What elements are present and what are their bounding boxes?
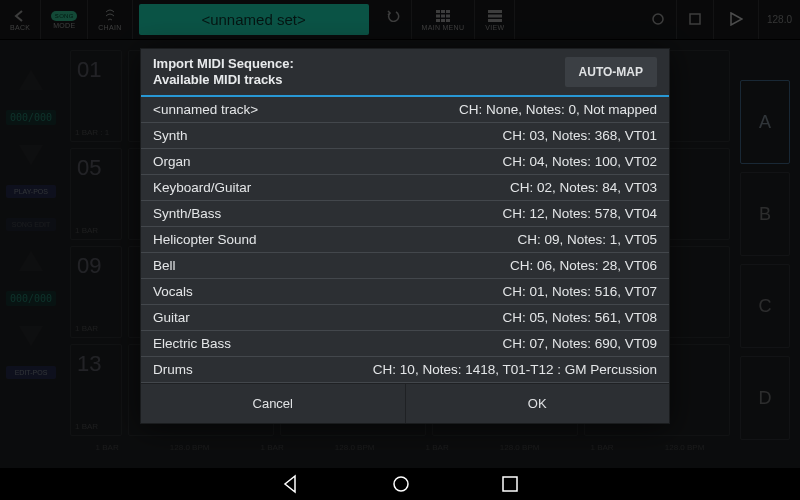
svg-rect-6 [436, 19, 440, 22]
nav-recent-icon[interactable] [501, 475, 519, 493]
undo-icon [385, 9, 401, 23]
svg-rect-11 [488, 19, 502, 22]
svg-point-14 [394, 477, 408, 491]
mode-icon: SONG [51, 11, 77, 21]
track-list: <unnamed track>CH: None, Notes: 0, Not m… [141, 97, 669, 383]
nav-back-icon[interactable] [281, 474, 301, 494]
dialog-footer: Cancel OK [141, 383, 669, 423]
back-button[interactable]: BACK [0, 0, 41, 39]
dialog-header: Import MIDI Sequence: Available MIDI tra… [141, 49, 669, 97]
nav-home-icon[interactable] [391, 474, 411, 494]
svg-rect-1 [441, 10, 445, 13]
mode-label: MODE [53, 22, 75, 29]
main-menu-label: MAIN MENU [422, 24, 465, 31]
play-icon [728, 12, 744, 26]
android-navbar [0, 468, 800, 500]
stop-button[interactable] [677, 0, 714, 39]
undo-button[interactable] [375, 0, 412, 39]
svg-rect-2 [446, 10, 450, 13]
left-sidebar: 000/000 PLAY-POS SONG EDIT 000/000 EDIT-… [6, 70, 56, 379]
record-icon [650, 12, 666, 26]
svg-rect-9 [488, 10, 502, 13]
grid-icon [435, 9, 451, 23]
chain-button[interactable]: CHAIN [88, 0, 132, 39]
toolbar: BACK SONG MODE CHAIN <unnamed set> MAIN … [0, 0, 800, 40]
track-row[interactable]: OrganCH: 04, Notes: 100, VT02 [141, 149, 669, 175]
track-row[interactable]: SynthCH: 03, Notes: 368, VT01 [141, 123, 669, 149]
counter-bottom: 000/000 [6, 291, 56, 306]
view-button[interactable]: VIEW [475, 0, 515, 39]
chain-label: CHAIN [98, 24, 121, 31]
ok-button[interactable]: OK [406, 384, 670, 423]
view-label: VIEW [485, 24, 504, 31]
play-pos-label[interactable]: PLAY-POS [6, 185, 56, 198]
cancel-button[interactable]: Cancel [141, 384, 406, 423]
right-bank-column: A B C D [740, 80, 790, 440]
record-button[interactable] [640, 0, 677, 39]
scroll-up-icon-2[interactable] [19, 251, 43, 271]
scroll-down-icon[interactable] [19, 145, 43, 165]
dialog-title: Import MIDI Sequence: Available MIDI tra… [153, 56, 294, 89]
track-row[interactable]: VocalsCH: 01, Notes: 516, VT07 [141, 279, 669, 305]
svg-rect-15 [503, 477, 517, 491]
svg-rect-0 [436, 10, 440, 13]
back-arrow-icon [12, 9, 28, 23]
bpm-readout[interactable]: 128.0 [759, 0, 800, 39]
bg-cell-num: 011 BAR : 1 [70, 50, 122, 142]
svg-rect-10 [488, 14, 502, 17]
song-edit-label[interactable]: SONG EDIT [6, 218, 56, 231]
main-menu-button[interactable]: MAIN MENU [412, 0, 476, 39]
app-root: BACK SONG MODE CHAIN <unnamed set> MAIN … [0, 0, 800, 500]
import-midi-dialog: Import MIDI Sequence: Available MIDI tra… [140, 48, 670, 424]
svg-rect-3 [436, 14, 440, 17]
auto-map-button[interactable]: AUTO-MAP [565, 57, 657, 87]
track-row[interactable]: <unnamed track>CH: None, Notes: 0, Not m… [141, 97, 669, 123]
svg-rect-8 [446, 19, 450, 22]
undo-label [391, 24, 393, 31]
scroll-down-icon-2[interactable] [19, 326, 43, 346]
bg-bpm-row: 1 BAR128.0 BPM1 BAR128.0 BPM1 BAR128.0 B… [70, 443, 730, 452]
track-row[interactable]: Helicopter SoundCH: 09, Notes: 1, VT05 [141, 227, 669, 253]
back-label: BACK [10, 24, 30, 31]
track-row[interactable]: GuitarCH: 05, Notes: 561, VT08 [141, 305, 669, 331]
chain-icon [102, 9, 118, 23]
svg-rect-13 [690, 14, 700, 24]
svg-rect-5 [446, 14, 450, 17]
scroll-up-icon[interactable] [19, 70, 43, 90]
bank-c[interactable]: C [740, 264, 790, 348]
view-icon [487, 9, 503, 23]
bg-cell-num: 091 BAR [70, 246, 122, 338]
mode-button[interactable]: SONG MODE [41, 0, 88, 39]
bg-cell-num: 051 BAR [70, 148, 122, 240]
track-row[interactable]: DrumsCH: 10, Notes: 1418, T01-T12 : GM P… [141, 357, 669, 383]
track-row[interactable]: BellCH: 06, Notes: 28, VT06 [141, 253, 669, 279]
bank-b[interactable]: B [740, 172, 790, 256]
svg-rect-7 [441, 19, 445, 22]
counter-top: 000/000 [6, 110, 56, 125]
track-row[interactable]: Electric BassCH: 07, Notes: 690, VT09 [141, 331, 669, 357]
play-button[interactable] [714, 0, 759, 39]
bank-a[interactable]: A [740, 80, 790, 164]
edit-pos-label[interactable]: EDIT-POS [6, 366, 56, 379]
svg-rect-4 [441, 14, 445, 17]
bank-d[interactable]: D [740, 356, 790, 440]
track-row[interactable]: Keyboard/GuitarCH: 02, Notes: 84, VT03 [141, 175, 669, 201]
svg-point-12 [653, 14, 663, 24]
bg-cell-num: 131 BAR [70, 344, 122, 436]
set-name-field[interactable]: <unnamed set> [139, 4, 369, 35]
stop-icon [687, 12, 703, 26]
track-row[interactable]: Synth/BassCH: 12, Notes: 578, VT04 [141, 201, 669, 227]
